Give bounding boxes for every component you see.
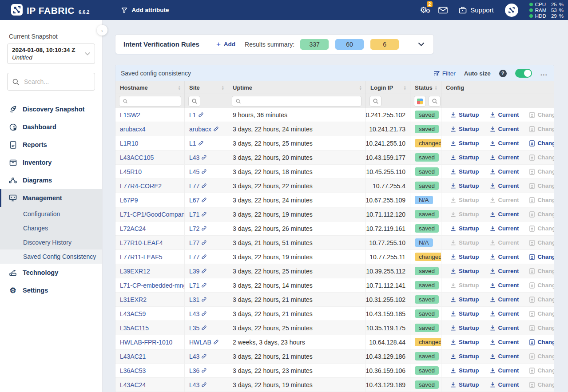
sort-icon[interactable]: ▲▼ [222,85,224,90]
sort-icon[interactable]: ▲▼ [435,85,437,90]
startup-config-button[interactable]: Startup [450,197,479,203]
sidebar-item-diagrams[interactable]: Diagrams [0,171,102,189]
sidebar-item-discovery-history[interactable]: Discovery History [0,235,102,249]
site-link[interactable]: L43 [189,154,199,161]
changes-config-button[interactable]: Changes [529,296,554,303]
sidebar-item-discovery-snapshot[interactable]: Discovery Snapshot [0,100,102,118]
sidebar-item-changes[interactable]: Changes [0,221,102,235]
status-color-filter-button[interactable] [414,96,426,107]
startup-config-button[interactable]: Startup [450,182,479,189]
sort-icon[interactable]: ▲▼ [178,85,181,90]
changes-config-button[interactable]: Changes [529,253,554,260]
current-config-button[interactable]: Current [490,296,519,303]
current-config-button[interactable]: Current [490,140,519,147]
column-header-status[interactable]: Status ▲▼ [410,81,441,94]
sidebar-item-technology[interactable]: Technology [0,264,102,281]
hostname-link[interactable]: L67P9 [120,197,138,204]
sidebar-item-saved-config-consistency[interactable]: Saved Config Consistency [0,249,102,264]
site-filter-button[interactable] [188,96,200,107]
changes-config-button[interactable]: Changes [529,282,554,289]
current-config-button[interactable]: Current [490,182,519,189]
current-config-button[interactable]: Current [490,282,519,289]
startup-config-button[interactable]: Startup [450,381,479,388]
site-link[interactable]: L35 [189,325,199,332]
sidebar-item-reports[interactable]: Reports [0,136,102,154]
hostname-filter-input[interactable] [130,98,177,105]
site-link[interactable]: L36 [189,367,199,374]
site-link[interactable]: L67 [189,197,199,204]
hostname-link[interactable]: L77R11-LEAF5 [120,253,162,261]
column-header-login-ip[interactable]: Login IP ▲▼ [366,81,410,94]
hostname-link[interactable]: L36AC53 [120,367,146,374]
startup-config-button[interactable]: Startup [450,325,479,331]
sidebar-item-management[interactable]: Management [0,189,102,207]
system-settings-button[interactable]: ⚙⚙ 2 [420,6,427,14]
startup-config-button[interactable]: Startup [450,111,479,118]
current-config-button[interactable]: Current [490,225,519,232]
sidebar-item-inventory[interactable]: Inventory [0,154,102,171]
support-button[interactable]: Support [459,6,494,14]
site-link[interactable]: L43 [189,310,199,317]
add-rule-button[interactable]: + Add [216,41,235,48]
hostname-link[interactable]: L31EXR2 [120,296,147,303]
hostname-link[interactable]: HWLAB-FPR-1010 [120,339,172,346]
changes-config-button[interactable]: Changes [529,325,554,331]
hostname-link[interactable]: L43ACC105 [120,154,154,161]
site-link[interactable]: L45 [189,168,199,175]
site-link[interactable]: arubacx [189,126,211,133]
filter-button[interactable]: Filter [433,70,456,77]
current-config-button[interactable]: Current [490,154,519,161]
startup-config-button[interactable]: Startup [450,239,479,246]
startup-config-button[interactable]: Startup [450,310,479,317]
current-config-button[interactable]: Current [490,268,519,274]
startup-config-button[interactable]: Startup [450,282,479,289]
changes-config-button[interactable]: Changes [529,339,554,345]
current-config-button[interactable]: Current [490,197,519,203]
site-link[interactable]: L1 [189,140,196,147]
startup-config-button[interactable]: Startup [450,126,479,132]
sidebar-item-dashboard[interactable]: Dashboard [0,118,102,136]
sidebar-item-configuration[interactable]: Configuration [0,207,102,221]
sort-icon[interactable]: ▲▼ [359,85,362,90]
startup-config-button[interactable]: Startup [450,168,479,175]
help-icon[interactable]: ? [499,70,507,77]
site-link[interactable]: L77 [189,182,199,190]
hostname-link[interactable]: L39EXR12 [120,268,150,275]
site-link[interactable]: L71 [189,211,199,218]
changes-config-button[interactable]: Changes [529,353,554,360]
uptime-filter-input[interactable] [243,98,357,105]
status-filter-button[interactable] [429,96,441,107]
hostname-link[interactable]: L35AC115 [120,325,149,332]
current-config-button[interactable]: Current [490,239,519,246]
site-link[interactable]: L43 [189,381,199,388]
current-config-button[interactable]: Current [490,111,519,118]
sidebar-search[interactable] [7,73,95,91]
hostname-link[interactable]: L43AC59 [120,310,146,317]
changes-config-button[interactable]: Changes [529,211,554,218]
current-config-button[interactable]: Current [490,211,519,218]
startup-config-button[interactable]: Startup [450,225,479,232]
site-link[interactable]: L72 [189,225,199,232]
changes-config-button[interactable]: Changes [529,268,554,274]
column-header-hostname[interactable]: Hostname ▲▼ [115,81,185,94]
hostname-link[interactable]: L1SW2 [120,111,140,119]
sidebar-item-settings[interactable]: ⚙ Settings [0,281,102,299]
current-config-button[interactable]: Current [490,310,519,317]
site-link[interactable]: L1 [189,111,196,119]
changes-config-button[interactable]: Changes [529,126,554,132]
current-config-button[interactable]: Current [490,168,519,175]
site-link[interactable]: L77 [189,253,199,261]
site-link[interactable]: L77 [189,239,199,246]
site-link[interactable]: L71 [189,282,199,289]
hostname-link[interactable]: L43AC21 [120,353,146,360]
sidebar-collapse-button[interactable]: ‹ [97,25,107,36]
brand[interactable]: IP FABRIC 6.6.2 [0,4,89,16]
changes-config-button[interactable]: Changes [529,140,554,147]
changes-config-button[interactable]: Changes [529,310,554,317]
changes-config-button[interactable]: Changes [529,225,554,232]
current-config-button[interactable]: Current [490,353,519,360]
changes-config-button[interactable]: Changes [529,111,554,118]
user-avatar[interactable] [505,4,518,17]
hostname-link[interactable]: L71-CP1/GoodCompany [120,211,185,218]
changes-config-button[interactable]: Changes [529,154,554,161]
